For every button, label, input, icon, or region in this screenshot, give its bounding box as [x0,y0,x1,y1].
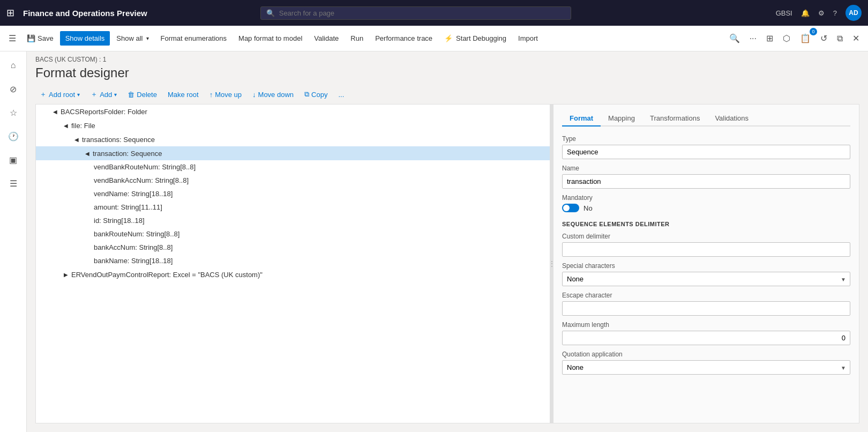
save-icon: 💾 [27,34,35,42]
locale-label: GBSI [776,9,792,17]
sidebar-filter-icon[interactable]: ⊘ [4,79,23,99]
expand-transactions-icon: ◀ [72,135,81,144]
tree-item-transaction[interactable]: ◀ transaction: Sequence [36,146,550,160]
max-length-input[interactable] [562,331,850,345]
tree-item-bank-route[interactable]: bankRouteNum: String[8..8] [36,227,550,241]
nav-right: GBSI 🔔 ⚙ ? AD [776,5,862,21]
tree-item-vend-bank-route[interactable]: vendBankRouteNum: String[8..8] [36,160,550,174]
main-layout: ⌂ ⊘ ☆ 🕐 ▣ ☰ BACS (UK CUSTOM) : 1 Format … [0,51,868,432]
breadcrumb: BACS (UK CUSTOM) : 1 [27,51,868,64]
special-chars-wrapper: None CR LF LF CR [562,272,850,286]
custom-delimiter-input[interactable] [562,242,850,257]
move-up-icon: ↑ [209,91,213,99]
tab-transformations[interactable]: Transformations [642,111,707,126]
tree-panel: ◀ BACSReportsFolder: Folder ◀ file: File… [36,105,550,423]
content-split: ◀ BACSReportsFolder: Folder ◀ file: File… [35,104,859,423]
avatar[interactable]: AD [845,5,862,21]
tab-mapping[interactable]: Mapping [601,111,642,126]
content-area: BACS (UK CUSTOM) : 1 Format designer ＋ A… [27,51,868,432]
copy-icon: ⧉ [304,90,309,99]
mandatory-toggle-row: No [562,204,850,212]
hamburger-icon[interactable]: ☰ [4,30,20,47]
tree-item-id[interactable]: id: String[18..18] [36,214,550,227]
quotation-app-select[interactable]: None All Strings only [562,360,850,375]
tree-item-er-vend[interactable]: ▶ ERVendOutPaymControlReport: Excel = "B… [36,267,550,281]
escape-char-input[interactable] [562,301,850,316]
expand-transaction-icon: ◀ [83,149,92,158]
special-chars-select[interactable]: None CR LF LF CR [562,272,850,286]
mandatory-toggle-text: No [583,204,593,212]
sequence-delimiter-header: SEQUENCE ELEMENTS DELIMITER [562,221,850,227]
add-root-icon: ＋ [40,90,47,99]
move-up-button[interactable]: ↑ Move up [205,88,246,101]
delete-icon: 🗑 [128,91,134,99]
search-ribbon-icon[interactable]: 🔍 [725,30,744,47]
settings-icon[interactable]: ⚙ [818,9,825,17]
sidebar-list-icon[interactable]: ☰ [4,174,23,193]
search-input[interactable] [279,9,565,17]
expand-er-icon: ▶ [62,270,70,279]
mandatory-toggle[interactable] [562,204,579,212]
save-button[interactable]: 💾 Save [21,31,59,46]
run-button[interactable]: Run [345,31,369,46]
expand-file-icon: ◀ [62,121,70,130]
show-details-button[interactable]: Show details [60,31,110,46]
special-chars-label: Special characters [562,262,850,270]
show-all-button[interactable]: Show all ▾ [111,31,154,46]
tree-item-transactions[interactable]: ◀ transactions: Sequence [36,132,550,146]
tree-item-amount[interactable]: amount: String[11..11] [36,200,550,214]
tree-item-vend-bank-acc[interactable]: vendBankAccNum: String[8..8] [36,174,550,187]
search-bar[interactable]: 🔍 [260,6,571,20]
validate-button[interactable]: Validate [309,31,344,46]
add-root-caret: ▾ [77,92,80,98]
badge-count: 0 [810,28,817,35]
tree-item-bacs[interactable]: ◀ BACSReportsFolder: Folder [36,105,550,118]
window-icon[interactable]: ⧉ [833,31,847,47]
add-root-button[interactable]: ＋ Add root ▾ [35,87,84,102]
type-field-input[interactable] [562,145,850,159]
escape-char-label: Escape character [562,292,850,299]
tab-validations[interactable]: Validations [707,111,756,126]
move-down-button[interactable]: ↓ Move down [248,88,298,101]
tree-item-vend-name[interactable]: vendName: String[18..18] [36,187,550,200]
expand-bacs-icon: ◀ [51,107,59,116]
app-grid-icon[interactable]: ⊞ [6,7,14,19]
app-title: Finance and Operations Preview [23,9,147,18]
name-field-label: Name [562,165,850,172]
sidebar-home-icon[interactable]: ⌂ [4,56,23,75]
quotation-app-wrapper: None All Strings only [562,360,850,375]
more-button[interactable]: ... [334,88,348,101]
close-icon[interactable]: ✕ [848,30,864,47]
add-icon: ＋ [91,90,98,99]
expand-icon[interactable]: ⬡ [779,30,795,47]
max-length-label: Maximum length [562,321,850,329]
sidebar-recent-icon[interactable]: 🕐 [4,126,23,146]
delete-button[interactable]: 🗑 Delete [123,88,161,101]
format-enumerations-button[interactable]: Format enumerations [155,31,233,46]
tree-item-bank-name[interactable]: bankName: String[18..18] [36,254,550,267]
performance-trace-button[interactable]: Performance trace [370,31,438,46]
start-debugging-button[interactable]: ⚡ Start Debugging [439,31,512,46]
tree-item-file[interactable]: ◀ file: File [36,118,550,132]
grid-view-icon[interactable]: ⊞ [762,30,777,47]
sidebar-dashboard-icon[interactable]: ▣ [4,150,23,169]
sidebar-star-icon[interactable]: ☆ [4,103,23,122]
move-down-icon: ↓ [252,91,256,99]
refresh-icon[interactable]: ↺ [816,30,832,47]
search-icon: 🔍 [266,9,275,17]
import-button[interactable]: Import [513,31,543,46]
custom-delimiter-label: Custom delimiter [562,233,850,240]
quotation-app-label: Quotation application [562,351,850,358]
copy-button[interactable]: ⧉ Copy [300,87,332,101]
show-all-caret: ▾ [146,35,149,41]
page-title: Format designer [27,64,868,85]
tree-item-bank-acc[interactable]: bankAccNum: String[8..8] [36,241,550,254]
more-options-icon[interactable]: ··· [745,31,761,47]
name-field-input[interactable] [562,174,850,189]
add-button[interactable]: ＋ Add ▾ [86,87,121,102]
help-icon[interactable]: ? [833,9,837,17]
tab-format[interactable]: Format [562,111,601,126]
make-root-button[interactable]: Make root [163,88,203,101]
notification-icon[interactable]: 🔔 [801,9,810,17]
map-format-button[interactable]: Map format to model [233,31,308,46]
